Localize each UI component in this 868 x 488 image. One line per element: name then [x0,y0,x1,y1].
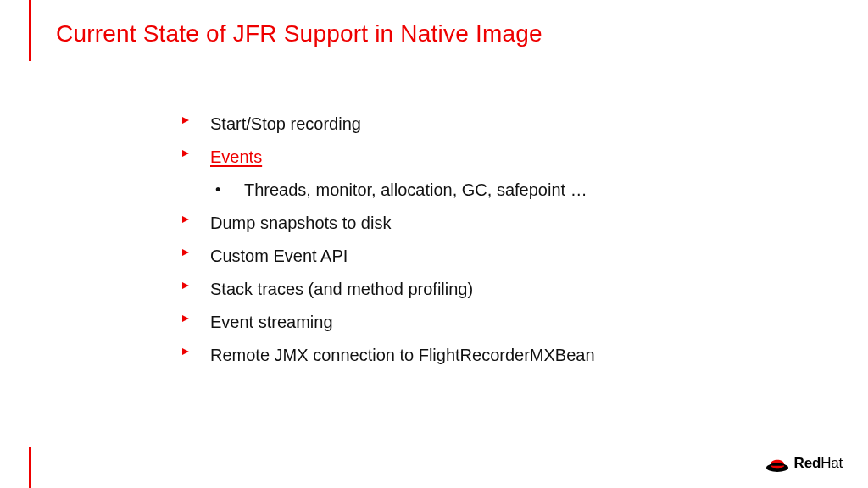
dot-bullet-icon: • [215,178,244,200]
list-item-text: Stack traces (and method profiling) [210,277,473,302]
list-item: Start/Stop recording [181,112,775,136]
svg-marker-4 [182,282,189,289]
list-item-text: Dump snapshots to disk [210,211,391,236]
logo-word-hat: Hat [821,455,843,471]
list-item: Custom Event API [181,244,775,269]
triangle-bullet-icon [181,211,210,224]
svg-marker-2 [182,216,189,223]
list-item-text: Remote JMX connection to FlightRecorderM… [210,343,595,368]
triangle-bullet-icon [181,112,210,125]
svg-marker-6 [182,348,189,355]
list-item-text: Events [210,145,262,169]
svg-marker-5 [182,315,189,322]
logo-word-red: Red [794,455,821,471]
svg-marker-0 [182,117,189,124]
redhat-logo-text: RedHat [794,455,843,472]
accent-bottom-bar [29,447,31,488]
triangle-bullet-icon [181,343,210,356]
list-item-text: Start/Stop recording [210,112,361,136]
list-item: Stack traces (and method profiling) [181,277,775,302]
list-subitem: • Threads, monitor, allocation, GC, safe… [215,178,775,202]
accent-top-bar [29,0,31,61]
redhat-logo: RedHat [765,454,843,473]
list-subitem-text: Threads, monitor, allocation, GC, safepo… [244,178,587,202]
triangle-bullet-icon [181,310,210,323]
list-item: Remote JMX connection to FlightRecorderM… [181,343,775,368]
list-item-text: Event streaming [210,310,333,335]
triangle-bullet-icon [181,244,210,257]
list-item-text: Custom Event API [210,244,348,269]
svg-marker-3 [182,249,189,256]
slide-title: Current State of JFR Support in Native I… [56,20,542,47]
triangle-bullet-icon [181,277,210,290]
slide: Current State of JFR Support in Native I… [0,0,868,488]
redhat-hat-icon [765,454,789,473]
slide-content: Start/Stop recording Events • Threads, m… [181,112,775,376]
list-item: Dump snapshots to disk [181,211,775,236]
list-item-link[interactable]: Events [181,145,775,169]
list-item: Event streaming [181,310,775,335]
triangle-bullet-icon [181,145,210,158]
svg-marker-1 [182,150,189,157]
